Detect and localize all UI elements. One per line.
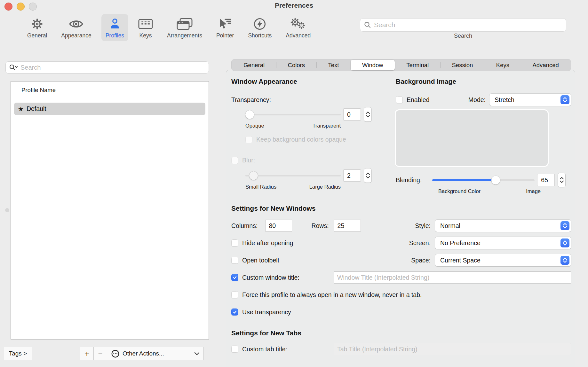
columns-field[interactable] [265,220,292,232]
custom-window-title-checkbox[interactable] [231,274,238,281]
large-radius-label: Large Radius [309,184,341,190]
windows-icon [177,17,193,31]
profile-search-field[interactable] [5,61,209,74]
tags-button[interactable]: Tags > [4,347,32,360]
force-new-window-row[interactable]: Force this profile to always open in a n… [231,291,422,299]
open-toolbelt-row[interactable]: Open toolbelt [231,257,279,264]
toolbar-item-appearance[interactable]: Appearance [57,14,95,41]
window-title-field[interactable] [334,271,571,284]
slider-knob[interactable] [245,110,254,119]
keyboard-icon [138,17,153,31]
blur-label: Blur: [242,157,255,164]
window-title: Preferences [0,2,588,9]
popup-stepper-icon [560,95,569,104]
tab-keys[interactable]: Keys [485,60,521,70]
hide-after-opening-row[interactable]: Hide after opening [231,239,293,247]
tab-advanced[interactable]: Advanced [521,60,570,70]
use-transparency-checkbox[interactable] [231,308,238,316]
custom-tab-title-row[interactable]: Custom tab title: [231,346,287,353]
popup-stepper-icon [560,238,569,247]
toolbar-search-input[interactable] [374,21,562,29]
transparent-label: Transparent [313,123,341,129]
hide-after-opening-checkbox[interactable] [231,239,238,246]
tab-title-field [334,343,571,355]
blending-stepper[interactable] [558,173,565,187]
image-label: Image [526,188,541,194]
space-value: Current Space [440,257,481,264]
other-actions-menu[interactable]: Other Actions... [107,347,204,360]
mode-value: Stretch [495,96,514,104]
bolt-icon [253,17,266,31]
custom-tab-title-checkbox[interactable] [231,346,238,353]
toolbar-item-profiles[interactable]: Profiles [101,14,128,41]
tab-terminal[interactable]: Terminal [395,60,440,70]
blur-value-field[interactable] [343,169,361,182]
transparency-stepper[interactable] [364,107,371,121]
style-popup[interactable]: Normal [435,220,571,232]
toolbar-item-pointer[interactable]: Pointer [212,14,238,41]
background-enabled-checkbox[interactable] [396,96,403,103]
splitter-handle[interactable] [5,208,9,212]
space-popup[interactable]: Current Space [435,254,571,266]
slider-knob[interactable] [491,176,500,184]
space-label: Space: [393,257,431,264]
chevron-down-icon [194,352,200,355]
screen-popup[interactable]: No Preference [435,237,571,249]
remove-profile-button: − [93,347,107,360]
background-image-well[interactable] [396,110,548,166]
other-actions-label: Other Actions... [123,350,164,357]
cursor-icon [219,17,232,31]
popup-stepper-icon [560,221,569,230]
title-bar: Preferences [0,0,588,12]
gear-icon [31,17,44,31]
blur-checkbox [231,157,238,164]
tab-session[interactable]: Session [440,60,484,70]
ellipsis-circle-icon [111,349,120,358]
slider-track [245,175,341,176]
new-windows-section: Settings for New Windows Columns: Rows: … [231,205,571,355]
toolbar-item-advanced[interactable]: Advanced [282,14,315,41]
transparency-value-field[interactable] [343,108,361,121]
tab-general[interactable]: General [232,60,276,70]
tab-colors[interactable]: Colors [276,60,316,70]
blur-stepper[interactable] [364,168,371,183]
open-toolbelt-checkbox[interactable] [231,257,238,264]
toolbar-item-general[interactable]: General [23,14,51,41]
enabled-label: Enabled [407,96,430,104]
toolbar-search-field[interactable] [360,18,566,32]
open-toolbelt-label: Open toolbelt [242,257,279,264]
blending-value-field[interactable] [537,174,555,186]
toolbar-label: Profiles [106,32,124,39]
keep-opaque-checkbox [245,136,252,143]
mode-popup[interactable]: Stretch [489,94,571,106]
use-transparency-row[interactable]: Use transparency [231,308,291,316]
toolbar-item-shortcuts[interactable]: Shortcuts [244,14,276,41]
window-appearance-section: Window Appearance Transparency: Opaque T… [231,78,385,190]
person-icon [110,17,120,31]
force-new-window-label: Force this profile to always open in a n… [242,291,422,299]
profile-tabs: General Colors Text Window Terminal Sess… [231,59,571,71]
tab-window[interactable]: Window [351,60,395,70]
rows-field[interactable] [334,220,361,232]
profile-row-default[interactable]: ★ Default [14,103,205,115]
columns-label: Columns: [231,222,258,230]
toolbar-item-arrangements[interactable]: Arrangements [163,14,206,41]
custom-tab-title-label: Custom tab title: [242,346,287,353]
toolbar-item-keys[interactable]: Keys [134,14,157,41]
toolbar-label: Appearance [61,32,91,39]
blending-slider[interactable] [432,173,535,187]
add-profile-button[interactable]: + [80,347,94,360]
transparency-slider[interactable] [245,107,341,121]
background-image-section: Background Image Enabled Mode: Stretch B… [396,78,571,194]
toolbar-label: Keys [139,32,152,39]
toolbar-label: Shortcuts [248,32,272,39]
keep-opaque-label: Keep background colors opaque [256,136,346,143]
profile-search-input[interactable] [20,64,205,71]
slider-track[interactable] [245,114,341,115]
force-new-window-checkbox[interactable] [231,291,238,298]
tab-text[interactable]: Text [316,60,350,70]
search-menu-icon[interactable] [9,64,18,71]
slider-track-fill [432,179,496,181]
profile-list: Profile Name ★ Default [11,81,209,340]
custom-window-title-label: Custom window title: [242,274,299,281]
